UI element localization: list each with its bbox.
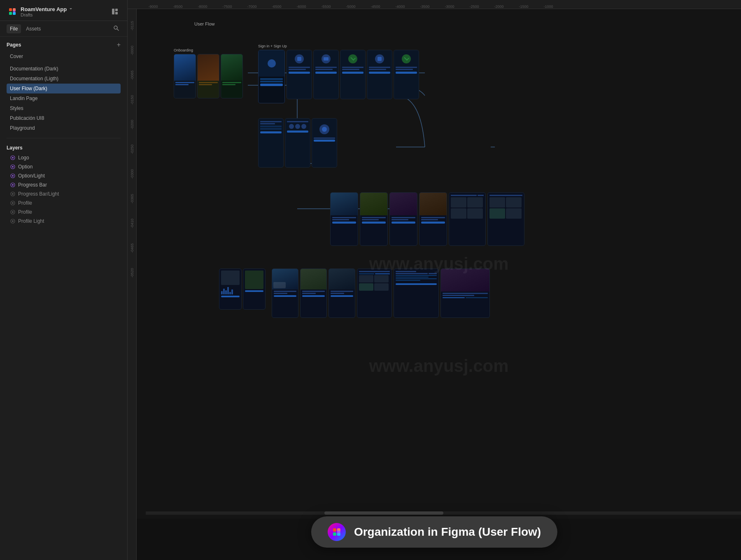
svg-point-13 bbox=[12, 166, 14, 168]
page-item-doc-dark[interactable]: Documentation (Dark) bbox=[7, 64, 121, 74]
page-item-playground[interactable]: Playground bbox=[7, 123, 121, 133]
tab-file[interactable]: File bbox=[7, 24, 21, 33]
screen-detail-4[interactable] bbox=[357, 268, 392, 318]
page-item-publication[interactable]: Publicación UI8 bbox=[7, 113, 121, 123]
ruler-mark: -2500 bbox=[462, 5, 487, 9]
screen-signup-1[interactable] bbox=[258, 118, 284, 168]
layer-item-logo[interactable]: Logo bbox=[7, 153, 121, 162]
layer-item-option[interactable]: Option bbox=[7, 162, 121, 171]
discover-screens-group bbox=[330, 192, 524, 246]
ruler-mark-v: -0000 bbox=[128, 38, 136, 63]
project-name[interactable]: RoamVenture App bbox=[21, 6, 73, 12]
pages-section: Pages + Cover Documentation (Dark) Docum… bbox=[0, 37, 127, 135]
ruler-top-marks: -9000 -8500 -8000 -7500 -7000 -6500 -600… bbox=[137, 0, 561, 9]
project-sub: Drafts bbox=[21, 12, 73, 17]
onboarding-screens-group: Onboarding bbox=[174, 48, 243, 98]
screen-detail-5[interactable] bbox=[394, 268, 439, 318]
screen-onboarding-2[interactable] bbox=[197, 54, 219, 98]
screen-detail-2[interactable] bbox=[300, 268, 327, 318]
main-detail-screens bbox=[272, 268, 490, 318]
screen-auth-4[interactable] bbox=[367, 50, 392, 99]
ruler-mark: -6000 bbox=[289, 5, 314, 9]
sidebar: RoamVenture App Drafts File Assets bbox=[0, 0, 128, 560]
canvas-content[interactable]: User Flow www.anyusj.com www.anyusj.com bbox=[137, 9, 741, 519]
screen-onboarding-1[interactable] bbox=[174, 54, 196, 98]
screen-auth-2[interactable] bbox=[313, 50, 339, 99]
ruler-mark: -4500 bbox=[363, 5, 388, 9]
layout-toggle-button[interactable] bbox=[109, 6, 121, 17]
ruler-mark: -2000 bbox=[487, 5, 511, 9]
add-page-button[interactable]: + bbox=[117, 42, 121, 48]
ruler-mark-v: -0520 bbox=[128, 260, 136, 285]
page-item-styles[interactable]: Styles bbox=[7, 103, 121, 113]
layer-item-progress-bar[interactable]: Progress Bar bbox=[7, 180, 121, 189]
tab-assets[interactable]: Assets bbox=[23, 24, 44, 33]
page-item-cover[interactable]: Cover bbox=[7, 51, 121, 61]
screen-small-1[interactable] bbox=[219, 268, 242, 310]
ruler-mark: -9000 bbox=[141, 5, 165, 9]
screen-onboarding-3[interactable] bbox=[221, 54, 243, 98]
screen-discover-1[interactable] bbox=[330, 192, 358, 246]
scrollbar-thumb[interactable] bbox=[324, 511, 443, 515]
screen-detail-1[interactable] bbox=[272, 268, 298, 318]
canvas-diagram[interactable]: Onboarding bbox=[170, 32, 725, 461]
ruler-mark: -1500 bbox=[511, 5, 536, 9]
screen-discover-6[interactable] bbox=[487, 192, 524, 246]
screen-small-2[interactable] bbox=[243, 268, 266, 310]
layer-item-progress-bar-light[interactable]: Progress Bar/Light bbox=[7, 189, 121, 198]
screen-discover-3[interactable] bbox=[389, 192, 417, 246]
logo-area: RoamVenture App Drafts bbox=[7, 6, 73, 17]
page-item-doc-light[interactable]: Documentation (Ligth) bbox=[7, 74, 121, 84]
svg-point-17 bbox=[12, 184, 14, 186]
svg-rect-34 bbox=[333, 528, 336, 532]
ruler-mark-v: -0115 bbox=[128, 13, 136, 38]
svg-point-21 bbox=[12, 202, 14, 204]
search-button[interactable] bbox=[112, 23, 121, 34]
onboarding-label: Onboarding bbox=[174, 48, 243, 52]
layer-item-profile-2[interactable]: Profile bbox=[7, 208, 121, 217]
page-item-landing[interactable]: Landin Page bbox=[7, 93, 121, 103]
ruler-mark: -8500 bbox=[165, 5, 190, 9]
screen-discover-4[interactable] bbox=[419, 192, 447, 246]
layers-section-title: Layers bbox=[7, 145, 121, 151]
screen-discover-2[interactable] bbox=[360, 192, 388, 246]
ruler-top: -9000 -8500 -8000 -7500 -7000 -6500 -600… bbox=[128, 0, 741, 9]
auth-step-screens bbox=[287, 50, 419, 103]
ruler-mark-v: -0200 bbox=[128, 112, 136, 137]
screen-phone-main[interactable] bbox=[258, 50, 285, 103]
ruler-mark: -1000 bbox=[536, 5, 561, 9]
screen-auth-3[interactable] bbox=[340, 50, 366, 99]
signin-frames bbox=[258, 50, 419, 103]
svg-point-19 bbox=[12, 193, 14, 195]
toast-bar: Organization in Figma (User Flow) bbox=[311, 516, 557, 548]
ruler-mark: -6500 bbox=[264, 5, 289, 9]
ruler-mark-v: -0410 bbox=[128, 211, 136, 236]
svg-point-38 bbox=[337, 530, 340, 534]
svg-rect-6 bbox=[115, 9, 118, 11]
screen-signup-3[interactable] bbox=[312, 118, 337, 168]
svg-rect-7 bbox=[115, 12, 118, 14]
screen-detail-6[interactable] bbox=[440, 268, 490, 318]
horizontal-scrollbar[interactable] bbox=[146, 511, 741, 515]
svg-point-25 bbox=[12, 220, 14, 222]
screen-signup-2[interactable] bbox=[285, 118, 310, 168]
layer-item-profile-1[interactable]: Profile bbox=[7, 198, 121, 208]
screen-detail-3[interactable] bbox=[329, 268, 355, 318]
detail-screens-group bbox=[219, 268, 490, 318]
toast-figma-icon bbox=[328, 523, 346, 541]
toast-text: Organization in Figma (User Flow) bbox=[354, 525, 541, 539]
canvas-area[interactable]: -9000 -8500 -8000 -7500 -7000 -6500 -600… bbox=[128, 0, 741, 560]
page-item-userflow-dark[interactable]: User Flow (Dark) bbox=[7, 84, 121, 93]
svg-point-8 bbox=[114, 26, 117, 29]
screen-auth-1[interactable] bbox=[287, 50, 312, 99]
screen-auth-5[interactable] bbox=[394, 50, 419, 99]
ruler-left-marks: -0115 -0000 -0065 -0150 -0200 -0250 -030… bbox=[128, 9, 136, 285]
svg-point-23 bbox=[12, 211, 14, 213]
frame-label: User Flow bbox=[194, 21, 215, 26]
signup-frames bbox=[258, 118, 337, 168]
layer-item-profile-light[interactable]: Profile Light bbox=[7, 217, 121, 226]
ruler-left: -0115 -0000 -0065 -0150 -0200 -0250 -030… bbox=[128, 9, 137, 560]
pages-section-header: Pages + bbox=[7, 42, 121, 48]
screen-discover-5[interactable] bbox=[449, 192, 486, 246]
layer-item-option-light[interactable]: Option/Light bbox=[7, 171, 121, 180]
